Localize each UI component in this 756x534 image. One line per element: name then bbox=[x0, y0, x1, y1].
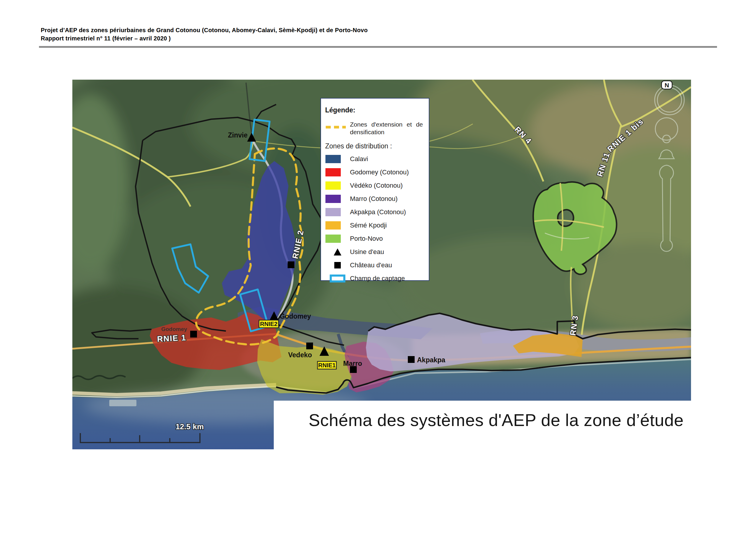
vedeko-swatch bbox=[325, 181, 350, 190]
legend-row-marro: Marro (Cotonou) bbox=[325, 192, 425, 206]
chateau-rnie2 bbox=[288, 261, 294, 268]
legend-row-portonovo: Porto-Novo bbox=[325, 232, 425, 245]
akpakpa-label: Akpakpa bbox=[417, 356, 445, 364]
legend-label-godomey: Godomey (Cotonou) bbox=[350, 168, 409, 176]
chateau-west bbox=[190, 331, 197, 338]
legend-row-usine: Usine d'eau bbox=[325, 245, 425, 259]
chateau-vedeko bbox=[306, 343, 313, 349]
rnie1-west-label: RNIE 1 bbox=[157, 333, 186, 343]
dashed-line-icon bbox=[325, 121, 350, 130]
seme-swatch bbox=[325, 221, 350, 230]
marro-label: Marro bbox=[343, 360, 362, 367]
legend-label-usine: Usine d'eau bbox=[350, 248, 384, 256]
sea-artifact-patch bbox=[109, 400, 136, 406]
legend-label-akpakpa: Akpakpa (Cotonou) bbox=[350, 208, 406, 216]
map-legend: Légende: Zones d'extension et de densifi… bbox=[320, 98, 429, 281]
legend-label-portonovo: Porto-Novo bbox=[350, 235, 383, 242]
north-letter: N bbox=[664, 82, 669, 89]
figure-title: Schéma des systèmes d'AEP de la zone d’é… bbox=[295, 410, 697, 430]
vedeko-label: Vedeko bbox=[288, 351, 312, 359]
header-divider bbox=[39, 46, 717, 48]
marro-swatch bbox=[325, 194, 350, 203]
rnie2-badge-label: RNIE2 bbox=[260, 321, 278, 327]
chateau-icon bbox=[325, 261, 350, 269]
legend-label-marro: Marro (Cotonou) bbox=[350, 195, 397, 203]
legend-row-calavi: Calavi bbox=[325, 153, 425, 166]
legend-row-godomey: Godomey (Cotonou) bbox=[325, 166, 425, 179]
legend-extension-label: Zones d'extension et de densification bbox=[350, 121, 425, 136]
legend-row-vedeko: Vèdéko (Cotonou) bbox=[325, 179, 425, 192]
rnie1-badge-label: RNIE1 bbox=[318, 362, 336, 369]
report-page: Projet d’AEP des zones périurbaines de G… bbox=[0, 0, 756, 534]
captage-icon bbox=[325, 274, 350, 283]
legend-row-seme: Sémé Kpodji bbox=[325, 219, 425, 232]
legend-label-calavi: Calavi bbox=[350, 155, 368, 163]
calavi-swatch bbox=[325, 155, 350, 164]
legend-distribution-title: Zones de distribution : bbox=[325, 142, 425, 150]
legend-title: Légende: bbox=[325, 106, 425, 114]
legend-row-captage: Champ de captage bbox=[325, 272, 425, 285]
godomey-label: Godomey bbox=[280, 313, 311, 320]
north-indicator: N bbox=[662, 81, 672, 89]
legend-label-vedeko: Vèdéko (Cotonou) bbox=[350, 182, 403, 190]
scale-bar-label: 12.5 km bbox=[176, 422, 204, 431]
legend-row-akpakpa: Akpakpa (Cotonou) bbox=[325, 206, 425, 219]
akpakpa-swatch bbox=[325, 208, 350, 216]
document-header: Projet d’AEP des zones périurbaines de G… bbox=[41, 26, 720, 42]
zinvie-label: Zinvie bbox=[228, 131, 248, 139]
legend-extension-row: Zones d'extension et de densification bbox=[325, 121, 425, 136]
legend-row-chateau: Château d'eau bbox=[325, 259, 425, 272]
legend-label-captage: Champ de captage bbox=[350, 275, 405, 282]
legend-label-chateau: Château d'eau bbox=[350, 261, 392, 269]
portonovo-swatch bbox=[325, 234, 350, 243]
godomey-west-label: Godomey bbox=[161, 326, 187, 332]
header-line-1: Projet d’AEP des zones périurbaines de G… bbox=[41, 26, 720, 34]
usine-icon bbox=[325, 248, 350, 256]
godomey-swatch bbox=[325, 168, 350, 177]
header-line-2: Rapport trimestriel n° 11 (février – avr… bbox=[41, 34, 720, 42]
chateau-akpakpa bbox=[408, 356, 415, 363]
legend-label-seme: Sémé Kpodji bbox=[350, 221, 387, 229]
